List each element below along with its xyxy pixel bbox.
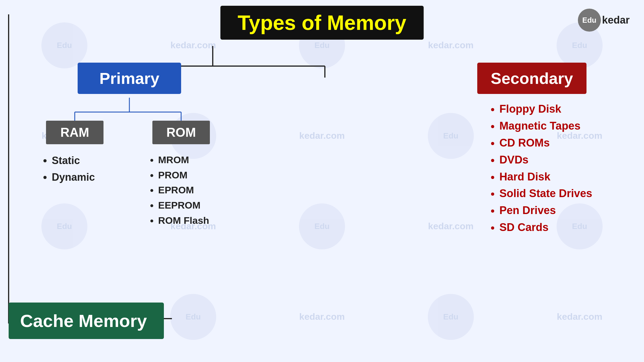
secondary-box: Secondary — [477, 63, 586, 94]
left-border-line — [8, 14, 9, 324]
secondary-item-floppy: Floppy Disk — [499, 101, 592, 118]
cache-label: Cache Memory — [20, 311, 147, 331]
cache-box: Cache Memory — [9, 303, 164, 339]
secondary-item-harddisk: Hard Disk — [499, 168, 592, 185]
logo-circle: Edu — [578, 9, 601, 32]
secondary-item-sd: SD Cards — [499, 219, 592, 236]
rom-box: ROM — [152, 121, 210, 144]
ram-item-dynamic: Dynamic — [52, 169, 95, 186]
secondary-items: Floppy Disk Magnetic Tapes CD ROMs DVDs … — [491, 101, 592, 236]
rom-items: MROM PROM EPROM EEPROM ROM Flash — [150, 152, 209, 228]
rom-item-eprom: EPROM — [158, 182, 209, 198]
rom-item-flash: ROM Flash — [158, 213, 209, 228]
primary-box: Primary — [78, 63, 181, 94]
ram-item-static: Static — [52, 152, 95, 169]
secondary-label: Secondary — [491, 69, 573, 87]
logo-name-text: kedar — [602, 14, 630, 26]
secondary-item-magnetic: Magnetic Tapes — [499, 118, 592, 134]
page-title: Types of Memory — [238, 11, 407, 34]
rom-item-mrom: MROM — [158, 152, 209, 167]
rom-item-eeprom: EEPROM — [158, 198, 209, 213]
primary-label: Primary — [99, 69, 160, 87]
title-box: Types of Memory — [221, 6, 424, 40]
ram-items: Static Dynamic — [43, 152, 95, 185]
main-content: Edu kedar Types of Memory Primary Second… — [0, 0, 644, 362]
secondary-item-cdroms: CD ROMs — [499, 134, 592, 151]
logo: Edu kedar — [578, 9, 630, 32]
secondary-item-pen: Pen Drives — [499, 202, 592, 219]
rom-item-prom: PROM — [158, 167, 209, 183]
rom-label: ROM — [166, 125, 196, 139]
ram-box: RAM — [46, 121, 103, 144]
ram-label: RAM — [60, 125, 89, 139]
secondary-item-dvds: DVDs — [499, 151, 592, 168]
secondary-item-ssd: Solid State Drives — [499, 185, 592, 202]
logo-edu-text: Edu — [582, 16, 596, 25]
